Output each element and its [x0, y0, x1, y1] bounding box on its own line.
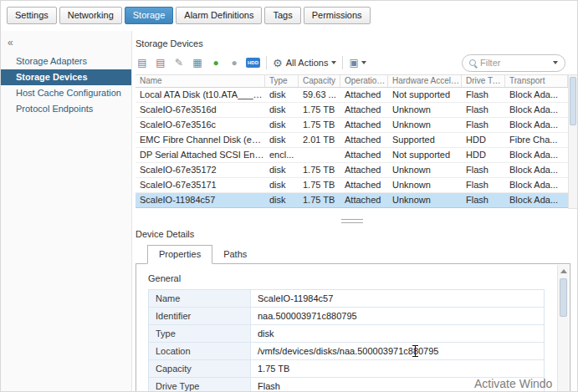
cell-type: encl...: [265, 148, 299, 162]
cell-name: ScaleIO-67e3516d: [136, 103, 265, 117]
filter-box: [462, 54, 565, 72]
erase-partitions-icon[interactable]: ▦: [191, 56, 204, 69]
copy-icon: ▣: [349, 57, 358, 69]
cell-type: disk: [265, 103, 299, 117]
sidebar-item-protocol-endpoints[interactable]: Protocol Endpoints: [1, 101, 131, 117]
property-row: Capacity1.75 TB: [149, 360, 544, 378]
column-header-capacity[interactable]: Capacity: [299, 75, 340, 87]
cell-hardware: Supported: [388, 133, 462, 147]
cell-type: disk: [265, 193, 299, 207]
filter-input[interactable]: [480, 58, 549, 68]
cell-hardware: Unknown: [388, 178, 462, 192]
tab-tags[interactable]: Tags: [264, 7, 300, 24]
cell-name: EMC Fibre Channel Disk (eui.4...: [136, 133, 265, 147]
details-panel: General NameScaleIO-11984c57Identifierna…: [136, 263, 570, 391]
table-row[interactable]: ScaleIO-67e3516cdisk1.75 TBAttachedUnkno…: [136, 118, 568, 133]
tab-permissions[interactable]: Permissions: [304, 7, 371, 24]
property-row: Location/vmfs/devices/disks/naa.50000397…: [149, 343, 544, 360]
details-tab-paths[interactable]: Paths: [212, 246, 258, 263]
tab-networking[interactable]: Networking: [59, 7, 122, 24]
details-scrollbar[interactable]: [557, 265, 569, 391]
vsphere-storage-screen: SettingsNetworkingStorageAlarm Definitio…: [0, 0, 578, 392]
table-row[interactable]: Local ATA Disk (t10.ATA_____S...disk59.6…: [136, 88, 568, 103]
column-header-drive-type[interactable]: Drive Type: [462, 75, 505, 87]
property-row: Identifiernaa.500003971c880795: [149, 308, 544, 325]
cell-name: DP Serial Attached SCSI Enclos...: [136, 148, 265, 162]
rename-device-icon[interactable]: ✎: [172, 56, 186, 69]
sidebar-item-storage-devices[interactable]: Storage Devices: [1, 69, 131, 85]
table-row[interactable]: ScaleIO-11984c57disk1.75 TBAttachedUnkno…: [136, 193, 568, 208]
toolbar-separator: [342, 56, 343, 69]
table-row[interactable]: ScaleIO-67e35171disk1.75 TBAttachedUnkno…: [136, 178, 568, 193]
table-row[interactable]: DP Serial Attached SCSI Enclos...encl...…: [136, 148, 568, 163]
mark-as-flash-icon[interactable]: HDD: [246, 58, 260, 68]
column-header-transport[interactable]: Transport: [505, 75, 568, 87]
cell-drive-type: HDD: [462, 133, 505, 147]
tab-storage[interactable]: Storage: [125, 7, 174, 24]
cell-drive-type: Flash: [462, 163, 505, 177]
cell-operational: Attached: [340, 148, 388, 162]
details-tab-properties[interactable]: Properties: [147, 245, 212, 264]
sidebar-item-host-cache-configuration[interactable]: Host Cache Configuration: [1, 85, 131, 101]
table-row[interactable]: ScaleIO-67e3516ddisk1.75 TBAttachedUnkno…: [136, 103, 568, 118]
table-row[interactable]: EMC Fibre Channel Disk (eui.4...disk2.01…: [136, 133, 568, 148]
cell-transport: Block Ada...: [505, 163, 568, 177]
table-scrollbar-thumb[interactable]: [570, 77, 576, 125]
storage-devices-title: Storage Devices: [136, 38, 203, 48]
scroll-up-icon[interactable]: [560, 269, 567, 273]
tab-settings[interactable]: Settings: [7, 7, 57, 24]
cell-type: disk: [265, 163, 299, 177]
cell-drive-type: HDD: [462, 148, 505, 162]
toolbar-icons: ▤▤✎▦●●HDD: [136, 56, 260, 69]
detach-device-icon[interactable]: ▤: [154, 56, 167, 69]
cell-drive-type: Flash: [462, 88, 505, 102]
cell-capacity: 1.75 TB: [299, 193, 340, 207]
column-header-operational[interactable]: Operational ...: [340, 75, 388, 87]
turn-on-led-icon[interactable]: ●: [209, 56, 223, 69]
all-actions-button[interactable]: ⚙ All Actions: [273, 58, 336, 69]
cell-operational: Attached: [340, 163, 388, 177]
cell-operational: Attached: [340, 133, 388, 147]
search-icon: [469, 59, 476, 66]
cell-operational: Attached: [340, 88, 388, 102]
column-header-type[interactable]: Type: [265, 75, 299, 87]
splitter-handle[interactable]: [136, 219, 568, 223]
cell-name: ScaleIO-11984c57: [136, 193, 265, 207]
device-details-title: Device Details: [136, 229, 194, 239]
cell-transport: Block Ada...: [505, 103, 568, 117]
cell-capacity: [299, 148, 340, 162]
property-value: disk: [251, 325, 544, 342]
sidebar-nav: Storage AdaptersStorage DevicesHost Cach…: [1, 53, 131, 117]
all-actions-label: All Actions: [286, 58, 329, 68]
cell-capacity: 59.63 ...: [299, 88, 340, 102]
copy-button[interactable]: ▣: [349, 57, 366, 69]
details-tabbar: PropertiesPaths: [136, 244, 570, 263]
table-scrollbar[interactable]: [568, 74, 578, 209]
cell-type: disk: [265, 88, 299, 102]
cell-name: ScaleIO-67e35171: [136, 178, 265, 192]
property-value: ScaleIO-11984c57: [251, 290, 544, 307]
sidebar-item-storage-adapters[interactable]: Storage Adapters: [1, 53, 131, 69]
turn-off-led-icon[interactable]: ●: [228, 56, 241, 69]
attach-device-icon[interactable]: ▤: [136, 56, 149, 69]
cell-capacity: 1.75 TB: [299, 163, 340, 177]
property-label: Location: [149, 343, 251, 359]
splitter-grip-icon: [341, 219, 363, 223]
property-label: Identifier: [149, 308, 251, 324]
chevron-down-icon: [361, 61, 366, 64]
table-row[interactable]: ScaleIO-67e35172disk1.75 TBAttachedUnkno…: [136, 163, 568, 178]
general-section-title: General: [148, 273, 570, 283]
details-scrollbar-thumb[interactable]: [560, 278, 567, 317]
tab-alarm-definitions[interactable]: Alarm Definitions: [176, 7, 262, 24]
filter-dropdown-icon[interactable]: [553, 61, 558, 64]
config-sidebar: « Storage AdaptersStorage DevicesHost Ca…: [1, 31, 132, 391]
collapse-sidebar-icon[interactable]: «: [8, 38, 19, 48]
property-label: Capacity: [149, 360, 251, 377]
column-header-name[interactable]: Name: [136, 75, 265, 87]
cell-drive-type: Flash: [462, 193, 505, 207]
text-cursor: [412, 345, 418, 357]
config-tabbar: SettingsNetworkingStorageAlarm Definitio…: [7, 7, 371, 24]
cell-hardware: Unknown: [388, 193, 462, 207]
column-header-hardware-acceler[interactable]: Hardware Acceler...: [388, 75, 462, 87]
cell-capacity: 2.01 TB: [299, 133, 340, 147]
